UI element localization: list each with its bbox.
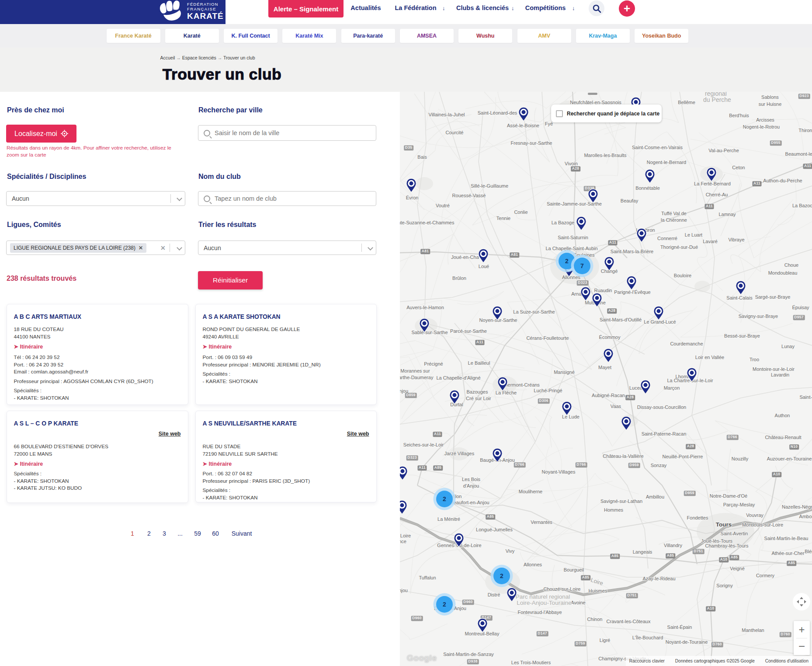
svg-text:2: 2 [500,572,503,579]
svg-text:2: 2 [443,601,446,608]
svg-text:2: 2 [565,258,569,265]
svg-text:2: 2 [443,495,446,502]
svg-text:7: 7 [580,262,584,269]
